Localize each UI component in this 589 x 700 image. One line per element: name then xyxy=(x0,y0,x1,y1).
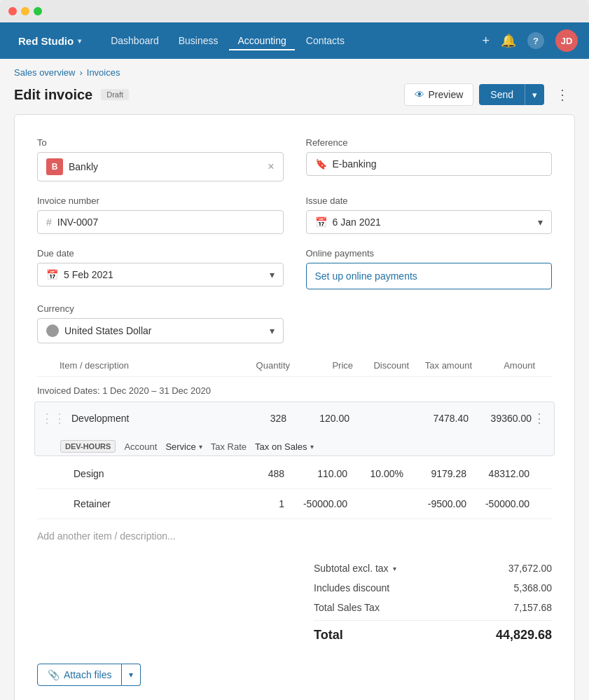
traffic-light-green[interactable] xyxy=(34,7,42,15)
invoice-number-input[interactable]: # xyxy=(37,210,284,234)
currency-row-spacer xyxy=(306,303,553,343)
nav-links: Dashboard Business Accounting Contacts xyxy=(102,31,353,50)
item-tax-design[interactable]: 9179.28 xyxy=(403,468,466,479)
reference-label: Reference xyxy=(306,137,553,148)
attach-files-button-group: 📎 Attach files ▾ xyxy=(37,664,141,686)
total-row: Total 44,829.68 xyxy=(314,620,552,647)
item-price-development[interactable]: 120.00 xyxy=(286,413,349,424)
col-header-quantity: Quantity xyxy=(234,360,290,371)
form-row-3: Due date 📅 ▾ Online payments Set up onli… xyxy=(37,248,552,289)
item-amount-development[interactable]: 39360.00 xyxy=(469,413,532,424)
line-item-retainer: ⋮⋮ Retainer 1 -50000.00 -9500.00 -50000.… xyxy=(37,489,552,519)
traffic-light-yellow[interactable] xyxy=(21,7,29,15)
subtotal-value: 37,672.00 xyxy=(508,563,552,574)
account-chevron-icon: ▾ xyxy=(199,443,202,451)
send-dropdown-button[interactable]: ▾ xyxy=(525,84,544,105)
breadcrumb-separator: › xyxy=(79,67,82,78)
clear-to-icon[interactable]: × xyxy=(268,160,274,173)
col-header-amount: Amount xyxy=(472,360,535,371)
item-amount-retainer[interactable]: -50000.00 xyxy=(466,498,529,509)
preview-label: Preview xyxy=(429,89,464,100)
breadcrumb-sales-overview[interactable]: Sales overview xyxy=(14,67,75,78)
item-discount-design[interactable]: 10.00% xyxy=(347,468,403,479)
item-tag-development: DEV-HOURS xyxy=(60,440,116,453)
issue-date-field-group: Issue date 📅 ▾ xyxy=(306,195,553,234)
preview-button[interactable]: 👁 Preview xyxy=(404,83,474,106)
item-name-retainer[interactable]: Retainer xyxy=(74,498,228,509)
add-icon[interactable]: + xyxy=(482,34,490,48)
currency-label: Currency xyxy=(37,303,284,314)
traffic-light-red[interactable] xyxy=(8,7,17,15)
nav-link-dashboard[interactable]: Dashboard xyxy=(102,31,167,50)
discount-value: 5,368.00 xyxy=(514,582,553,593)
bookmark-icon: 🔖 xyxy=(315,158,327,170)
item-name-design[interactable]: Design xyxy=(74,468,228,479)
item-qty-design[interactable]: 488 xyxy=(228,468,284,479)
item-tax-retainer[interactable]: -9500.00 xyxy=(403,498,466,509)
line-item-row-development: ⋮⋮ Development 328 120.00 7478.40 39360.… xyxy=(35,402,554,434)
bell-icon[interactable]: 🔔 xyxy=(501,33,516,48)
date-group-label: Invoiced Dates: 1 Dec 2020 – 31 Dec 2020 xyxy=(37,377,552,399)
page-header-actions: 👁 Preview Send ▾ ⋮ xyxy=(404,83,576,106)
eye-icon: 👁 xyxy=(415,89,424,100)
subtotal-label-group[interactable]: Subtotal excl. tax ▾ xyxy=(314,563,396,574)
breadcrumb: Sales overview › Invoices xyxy=(14,67,575,78)
due-date-input[interactable]: 📅 ▾ xyxy=(37,263,284,287)
item-tax-rate-value: Tax on Sales xyxy=(255,441,307,452)
invoice-number-field-group: Invoice number # xyxy=(37,195,284,234)
breadcrumb-invoices[interactable]: Invoices xyxy=(87,67,120,78)
tax-rate-chevron-icon: ▾ xyxy=(310,443,314,451)
item-tax-development[interactable]: 7478.40 xyxy=(406,413,469,424)
issue-date-chevron-icon: ▾ xyxy=(538,217,543,228)
item-price-retainer[interactable]: -50000.00 xyxy=(284,498,347,509)
to-label: To xyxy=(37,137,284,148)
status-badge: Draft xyxy=(101,89,129,100)
more-options-button[interactable]: ⋮ xyxy=(550,83,575,106)
drag-handle-icon[interactable]: ⋮⋮ xyxy=(41,411,66,426)
nav-link-accounting[interactable]: Accounting xyxy=(229,31,294,50)
to-input[interactable]: B × xyxy=(37,152,284,181)
item-more-button-development[interactable]: ⋮ xyxy=(530,409,548,427)
item-amount-design[interactable]: 48312.00 xyxy=(466,468,529,479)
col-header-price: Price xyxy=(290,360,353,371)
globe-icon xyxy=(46,324,59,337)
issue-date-text-input[interactable] xyxy=(333,217,533,228)
form-row-4: Currency United States Dollar ▾ xyxy=(37,303,552,343)
attach-files-button[interactable]: 📎 Attach files xyxy=(37,664,122,686)
nav-brand-label: Red Studio xyxy=(18,35,74,47)
item-qty-retainer[interactable]: 1 xyxy=(228,498,284,509)
nav-brand[interactable]: Red Studio ▾ xyxy=(11,31,88,51)
reference-input[interactable]: 🔖 xyxy=(306,152,553,176)
invoice-table: Item / description Quantity Price Discou… xyxy=(37,360,552,686)
online-payments-input[interactable]: Set up online payments xyxy=(306,263,553,289)
avatar[interactable]: JD xyxy=(555,29,578,52)
item-name-development[interactable]: Development xyxy=(71,413,230,424)
issue-date-label: Issue date xyxy=(306,195,553,206)
item-tax-rate-label: Tax Rate xyxy=(211,441,247,452)
due-date-text-input[interactable] xyxy=(64,269,264,280)
invoice-form-card: To B × Reference 🔖 xyxy=(14,114,575,700)
nav-link-business[interactable]: Business xyxy=(170,31,227,50)
to-text-input[interactable] xyxy=(69,161,262,172)
help-icon[interactable]: ? xyxy=(527,32,544,49)
reference-text-input[interactable] xyxy=(333,158,543,170)
item-account-select[interactable]: Service ▾ xyxy=(165,441,202,452)
hash-icon: # xyxy=(46,217,52,228)
online-payments-label: Online payments xyxy=(306,248,553,259)
currency-input[interactable]: United States Dollar ▾ xyxy=(37,318,284,343)
nav-link-contacts[interactable]: Contacts xyxy=(298,31,353,50)
tax-row: Total Sales Tax 7,157.68 xyxy=(314,598,552,617)
tax-value: 7,157.68 xyxy=(514,602,553,613)
item-price-design[interactable]: 110.00 xyxy=(284,468,347,479)
invoice-number-text-input[interactable] xyxy=(57,217,275,228)
currency-field-group: Currency United States Dollar ▾ xyxy=(37,303,284,343)
col-header-tax-amount: Tax amount xyxy=(409,360,472,371)
calendar-icon: 📅 xyxy=(315,217,327,228)
item-qty-development[interactable]: 328 xyxy=(230,413,286,424)
attach-files-dropdown-button[interactable]: ▾ xyxy=(122,664,141,686)
add-item-row[interactable]: Add another item / description... xyxy=(37,519,552,547)
issue-date-input[interactable]: 📅 ▾ xyxy=(306,210,553,234)
item-tax-rate-select[interactable]: Tax on Sales ▾ xyxy=(255,441,313,452)
form-row-1: To B × Reference 🔖 xyxy=(37,137,552,181)
send-button[interactable]: Send xyxy=(479,84,525,105)
